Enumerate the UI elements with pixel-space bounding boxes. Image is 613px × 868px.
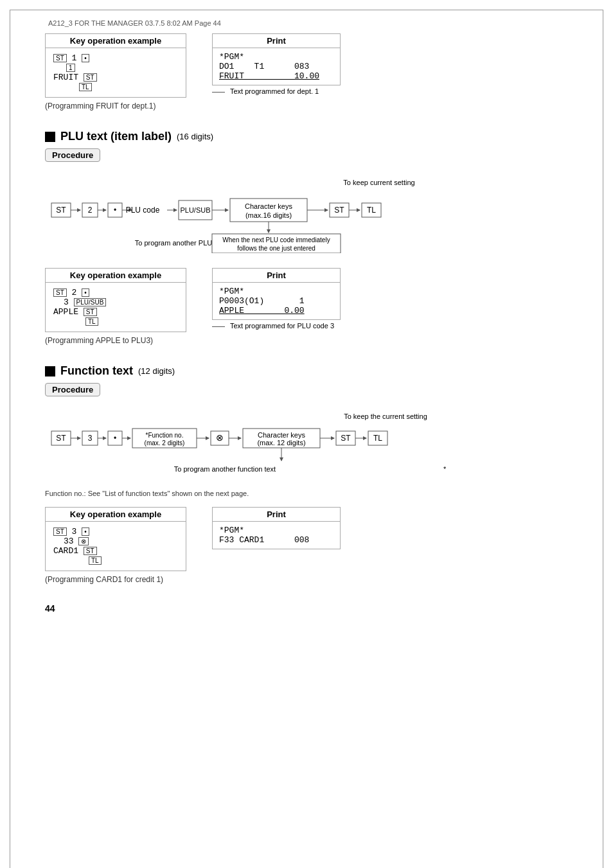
func-otimes-key: ⊗ (78, 537, 89, 545)
func-no-box-line1: *Function no. (146, 432, 184, 439)
func-flow-diagram: To keep the current setting ST 3 • (45, 411, 568, 477)
func-st-key: ST (53, 527, 67, 536)
receipt-content-1: *PGM* DO1 T1 083 FRUIT 10.00 (213, 48, 340, 85)
func-dot-key: • (82, 527, 89, 536)
plu-print-frame: Print *PGM* P0003(O1) 1 APPLE 0.00 (212, 268, 341, 320)
key-line-1: ST 1 • (53, 53, 178, 63)
receipt-line-1: *PGM* (219, 52, 333, 62)
func-print-wrap: Print *PGM* F33 CARD1 008 (212, 507, 341, 549)
func-subtitle: (12 digits) (138, 366, 175, 376)
plu-num-2: 2 (72, 288, 82, 297)
procedure-badge-2: Procedure (45, 383, 100, 396)
plu-receipt-line-2: P0003(O1) 1 (219, 296, 333, 306)
func-char-keys-box: Character keys (258, 431, 305, 439)
receipt-line-2: DO1 T1 083 (219, 62, 333, 71)
plu-key-op-header: Key operation example (46, 269, 186, 283)
plu-dot-key: • (82, 288, 89, 297)
func-key-op-wrap: Key operation example ST 3 • 33 ⊗ CARD1 … (45, 507, 186, 584)
func-key-op-content: ST 3 • 33 ⊗ CARD1 ST TL (46, 522, 186, 571)
plu-2-box: 2 (88, 206, 93, 215)
func-key-op-header: Key operation example (46, 508, 186, 522)
print-header-1: Print (213, 34, 340, 48)
func-key-line-4: TL (89, 556, 178, 565)
func-flow-note-top: To keep the current setting (344, 412, 427, 420)
plu-title: PLU text (item label) (60, 130, 172, 143)
func-receipt-content: *PGM* F33 CARD1 008 (213, 522, 340, 549)
svg-text:(max.16 digits): (max.16 digits) (245, 211, 292, 219)
receipt-note-1: Text programmed for dept. 1 (230, 87, 319, 96)
func-dot-box: • (114, 434, 116, 443)
plu-receipt-note: Text programmed for PLU code 3 (230, 321, 334, 331)
func-tl-key: TL (89, 556, 102, 565)
receipt-line-3: FRUIT 10.00 (219, 71, 333, 81)
func-receipt-line-1: *PGM* (219, 526, 333, 535)
one-key: 1 (66, 64, 75, 72)
svg-text:(max. 12 digits): (max. 12 digits) (257, 439, 305, 447)
func-num-3: 3 (72, 527, 82, 536)
func-example-row: Key operation example ST 3 • 33 ⊗ CARD1 … (45, 507, 568, 584)
plu-st-box2: ST (334, 206, 344, 215)
plu-flow-another: To program another PLU (135, 239, 213, 247)
procedure-badge-1: Procedure (45, 148, 100, 162)
plu-print-wrap: Print *PGM* P0003(O1) 1 APPLE 0.00 Text … (212, 268, 341, 331)
func-flow-star: * (443, 465, 447, 473)
func-key-op-frame: Key operation example ST 3 • 33 ⊗ CARD1 … (45, 507, 186, 571)
plu-flow-diagram: To keep current setting ST 2 (45, 176, 568, 255)
print-frame-1: Print *PGM* DO1 T1 083 FRUIT 10.00 (212, 33, 341, 85)
plu-flow-when-text1: When the next PLU code immediately (222, 236, 330, 244)
plu-key-line-4: TL (85, 317, 178, 326)
plu-st-key: ST (53, 288, 67, 297)
plu-receipt-line-3: APPLE 0.00 (219, 306, 333, 315)
plu-plusub-box: PLU/SUB (180, 206, 210, 214)
plu-caption: (Programming APPLE to PLU3) (45, 336, 186, 345)
plu-key-line-3: APPLE ST (53, 307, 178, 317)
func-key-line-2: 33 ⊗ (64, 536, 178, 546)
func-black-square (45, 366, 55, 376)
plu-title-row: PLU text (item label) (16 digits) (45, 130, 568, 143)
func-print-frame: Print *PGM* F33 CARD1 008 (212, 507, 341, 549)
function-text-section: Function text (12 digits) Procedure To k… (45, 364, 568, 584)
plu-text-section: PLU text (item label) (16 digits) Proced… (45, 130, 568, 345)
key-op-content-1: ST 1 • 1 FRUIT ST TL (46, 48, 186, 97)
dept-example-section: Key operation example ST 1 • 1 FRUIT S (45, 33, 568, 111)
key-op-header-1: Key operation example (46, 34, 186, 48)
plu-char-keys-box: Character keys (245, 202, 292, 210)
dept-example-row: Key operation example ST 1 • 1 FRUIT S (45, 33, 568, 111)
func-3-box: 3 (88, 434, 93, 443)
dot-key-1: • (82, 54, 89, 62)
func-st-key2: ST (84, 547, 97, 555)
plu-flow-svg: To keep current setting ST 2 (45, 176, 598, 253)
func-st-box: ST (56, 434, 66, 443)
plu-key-op-content: ST 2 • 3 PLU/SUB APPLE ST TL (46, 283, 186, 332)
num-1: 1 (72, 53, 82, 63)
func-key-line-3: CARD1 ST (53, 546, 178, 556)
page-header: A212_3 FOR THE MANAGER 03.7.5 8:02 AM Pa… (45, 19, 568, 27)
plu-receipt-line-1: *PGM* (219, 287, 333, 296)
plu-example-row: Key operation example ST 2 • 3 PLU/SUB A… (45, 268, 568, 345)
plu-code-label: PLU code (126, 206, 160, 215)
plu-receipt-content: *PGM* P0003(O1) 1 APPLE 0.00 (213, 283, 340, 319)
plu-st-key2: ST (84, 308, 97, 316)
plu-subtitle: (16 digits) (177, 132, 213, 141)
dept-caption: (Programming FRUIT for dept.1) (45, 102, 186, 111)
plu-flow-note-top: To keep current setting (343, 179, 414, 186)
plu-plusub-key: PLU/SUB (74, 298, 107, 306)
plu-tl-key: TL (85, 317, 98, 326)
func-no-box-line2: (max. 2 digits) (145, 439, 185, 447)
plu-tl-box: TL (367, 206, 376, 215)
print-box-1: Print *PGM* DO1 T1 083 FRUIT 10.00 Text … (212, 33, 341, 96)
st-key-2: ST (84, 73, 97, 82)
key-line-4: TL (79, 82, 178, 92)
func-flow-svg: To keep the current setting ST 3 • (45, 411, 598, 475)
key-op-frame-1: Key operation example ST 1 • 1 FRUIT S (45, 33, 186, 98)
func-st-box2: ST (341, 434, 351, 443)
plu-key-op-frame: Key operation example ST 2 • 3 PLU/SUB A… (45, 268, 186, 332)
func-otimes-box: ⊗ (216, 432, 224, 443)
plu-key-line-2: 3 PLU/SUB (64, 297, 178, 307)
plu-print-header: Print (213, 269, 340, 283)
key-line-3: FRUIT ST (53, 73, 178, 82)
func-print-header: Print (213, 508, 340, 522)
func-receipt-line-2: F33 CARD1 008 (219, 535, 333, 545)
key-line-2: 1 (66, 63, 178, 73)
plu-black-square (45, 132, 55, 142)
